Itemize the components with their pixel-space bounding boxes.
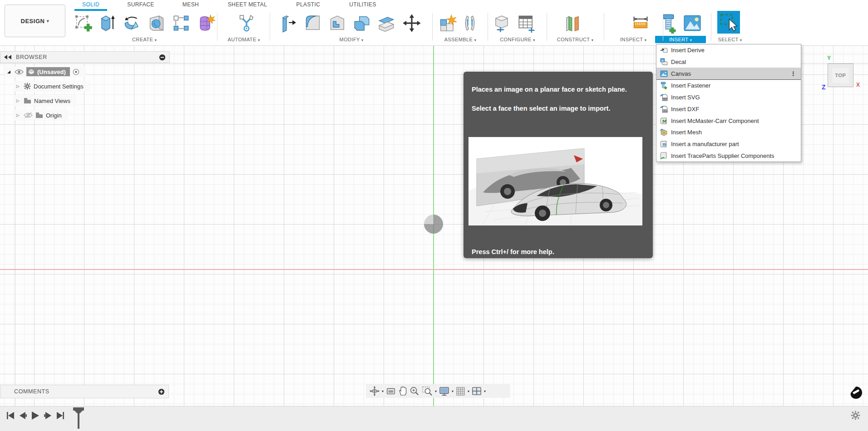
settings-gear-icon[interactable] <box>851 411 860 420</box>
menu-item-insert-mesh[interactable]: Insert Mesh <box>656 127 801 138</box>
pattern-button[interactable] <box>171 12 192 34</box>
caret-down-icon[interactable]: ▾ <box>468 389 469 393</box>
viewcube[interactable]: TOP <box>828 64 853 87</box>
canvas-icon <box>660 70 668 78</box>
add-comment-icon[interactable] <box>158 388 165 395</box>
browser-panel-header[interactable]: BROWSER <box>0 51 170 63</box>
construct-plane-button[interactable] <box>562 12 583 34</box>
group-label-select[interactable]: SELECT ▾ <box>712 36 748 43</box>
assistant-badge-icon[interactable] <box>850 387 862 399</box>
main-toolbar: DESIGN ▾ SOLID SURFACE MESH SHEET METAL … <box>0 0 868 46</box>
menu-item-insert-mcmaster-carr[interactable]: M Insert McMaster-Carr Component <box>656 115 801 127</box>
timeline-step-forward-button[interactable] <box>43 411 53 421</box>
tab-solid[interactable]: SOLID <box>82 1 99 8</box>
zoom-window-icon[interactable] <box>422 386 433 396</box>
look-at-icon[interactable] <box>386 387 396 396</box>
visibility-eye-icon[interactable] <box>15 69 24 75</box>
browser-item-origin[interactable]: ▷ Origin <box>14 110 68 121</box>
select-icon <box>717 11 740 34</box>
extrude-button[interactable] <box>97 12 118 34</box>
shell-button[interactable] <box>327 12 348 34</box>
menu-item-canvas[interactable]: Canvas ⋮ <box>656 68 801 80</box>
display-settings-icon[interactable] <box>439 387 449 396</box>
create-form-button[interactable] <box>195 12 216 34</box>
configuration-button[interactable] <box>491 12 512 34</box>
canvas-more-options-icon[interactable]: ⋮ <box>790 70 798 77</box>
tab-plastic[interactable]: PLASTIC <box>296 1 321 8</box>
insert-mcmaster-icon: M <box>660 117 668 125</box>
insert-dxf-icon: DXF <box>660 105 668 113</box>
viewports-icon[interactable] <box>472 387 482 396</box>
menu-item-insert-fastener[interactable]: Insert Fastener <box>656 80 801 92</box>
expand-icon[interactable]: ▷ <box>16 84 21 88</box>
group-label-configure[interactable]: CONFIGURE ▾ <box>488 36 547 43</box>
create-sketch-button[interactable] <box>73 12 94 34</box>
pan-icon[interactable] <box>398 386 407 396</box>
joint-button[interactable] <box>459 12 480 34</box>
group-label-assemble[interactable]: ASSEMBLE ▾ <box>433 36 488 43</box>
viewcube-top-face[interactable]: TOP <box>832 68 849 83</box>
group-label-create[interactable]: CREATE ▾ <box>73 36 216 43</box>
configuration-icon <box>492 14 511 33</box>
viewcube-y-axis-label: Y <box>827 55 831 61</box>
toolbar-separator <box>217 13 217 41</box>
zoom-icon[interactable] <box>409 386 419 396</box>
menu-item-insert-traceparts[interactable]: Insert TraceParts Supplier Components <box>656 150 801 162</box>
caret-down-icon[interactable]: ▾ <box>382 389 384 393</box>
revolve-button[interactable] <box>122 12 143 34</box>
browser-root-item[interactable]: ◢ (Unsaved) <box>5 66 86 77</box>
visibility-off-icon[interactable] <box>24 112 33 118</box>
timeline-go-to-start-button[interactable] <box>5 411 15 421</box>
offset-face-button[interactable] <box>376 12 397 34</box>
timeline-play-button[interactable] <box>30 411 40 421</box>
tab-mesh[interactable]: MESH <box>182 1 199 8</box>
tooltip-line-2: Select a face then select an image to im… <box>472 105 610 112</box>
menu-item-insert-manufacturer-part[interactable]: Insert a manufacturer part <box>656 138 801 150</box>
group-label-construct[interactable]: CONSTRUCT ▾ <box>547 36 603 43</box>
origin-marker[interactable] <box>424 215 443 234</box>
group-label-inspect[interactable]: INSPECT ▾ <box>605 36 662 43</box>
tab-utilities[interactable]: UTILITIES <box>349 1 376 8</box>
menu-item-insert-svg[interactable]: SVG Insert SVG <box>656 92 801 103</box>
browser-item-document-settings[interactable]: ▷ Document Settings <box>14 81 90 92</box>
orbit-icon[interactable] <box>370 386 380 396</box>
caret-down-icon[interactable]: ▾ <box>435 389 437 393</box>
insert-canvas-button[interactable] <box>682 12 703 34</box>
browser-item-named-views[interactable]: ▷ Named Views <box>14 95 77 106</box>
workspace-switcher-button[interactable]: DESIGN ▾ <box>5 5 65 37</box>
press-pull-button[interactable] <box>278 12 299 34</box>
automate-button[interactable] <box>236 12 257 34</box>
tab-surface[interactable]: SURFACE <box>127 1 154 8</box>
new-component-button[interactable] <box>437 12 458 34</box>
group-label-automate[interactable]: AUTOMATE ▾ <box>218 36 270 43</box>
tab-sheet-metal[interactable]: SHEET METAL <box>228 1 267 8</box>
timeline-bar <box>0 406 868 431</box>
combine-button[interactable] <box>351 12 372 34</box>
caret-down-icon[interactable]: ▾ <box>452 389 454 393</box>
group-label-modify[interactable]: MODIFY ▾ <box>271 36 432 43</box>
move-button[interactable] <box>401 12 422 34</box>
fillet-icon <box>303 14 322 33</box>
configuration-table-button[interactable] <box>516 12 537 34</box>
activate-radio-icon[interactable] <box>73 69 79 75</box>
grid-snaps-icon[interactable] <box>456 387 465 396</box>
timeline-step-back-button[interactable] <box>18 411 28 421</box>
measure-button[interactable] <box>630 12 651 34</box>
collapse-panel-icon[interactable] <box>3 54 13 60</box>
expanded-icon[interactable]: ◢ <box>7 69 12 74</box>
timeline-go-to-end-button[interactable] <box>55 411 65 421</box>
select-button[interactable] <box>717 11 740 34</box>
expand-icon[interactable]: ▷ <box>16 113 21 118</box>
timeline-marker[interactable] <box>72 407 86 430</box>
hole-button[interactable] <box>146 12 167 34</box>
menu-item-insert-dxf[interactable]: DXF Insert DXF <box>656 103 801 115</box>
caret-down-icon[interactable]: ▾ <box>484 389 486 393</box>
comments-panel-header[interactable]: COMMENTS <box>0 385 169 398</box>
menu-item-insert-derive[interactable]: Insert Derive <box>656 44 801 56</box>
insert-fastener-button[interactable] <box>658 12 679 34</box>
remove-panel-icon[interactable] <box>159 54 166 61</box>
fillet-button[interactable] <box>302 12 323 34</box>
root-document-chip[interactable]: (Unsaved) <box>26 67 70 76</box>
menu-item-decal[interactable]: Decal <box>656 56 801 68</box>
expand-icon[interactable]: ▷ <box>16 98 21 103</box>
